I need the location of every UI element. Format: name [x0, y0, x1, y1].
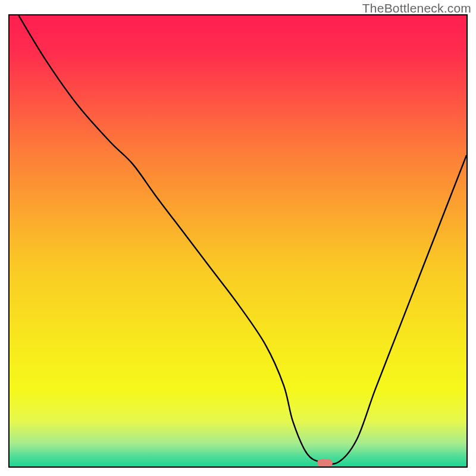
watermark-text: TheBottleneck.com	[362, 1, 471, 15]
chart-container: TheBottleneck.com	[0, 0, 476, 476]
bottleneck-curve	[10, 15, 466, 466]
plot-area	[10, 15, 466, 466]
optimum-marker	[317, 459, 333, 466]
